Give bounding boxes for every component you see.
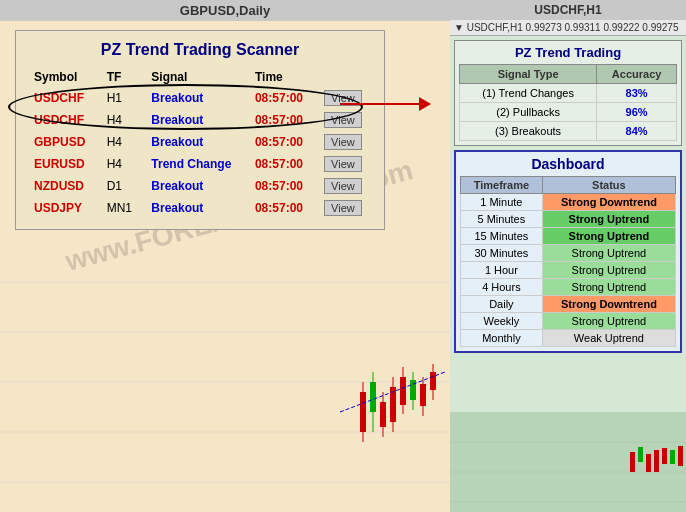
dashboard-row: 4 Hours Strong Uptrend (461, 279, 676, 296)
dashboard-status: Strong Uptrend (542, 262, 675, 279)
dashboard-box: Dashboard Timeframe Status 1 Minute Stro… (454, 150, 682, 353)
pz-trending-title: PZ Trend Trading (459, 45, 677, 60)
signal-type: (3) Breakouts (460, 122, 597, 141)
signal-table: Signal Type Accuracy (1) Trend Changes 8… (459, 64, 677, 141)
scanner-view-cell: View (316, 131, 374, 153)
dashboard-status: Strong Downtrend (542, 296, 675, 313)
scanner-time: 08:57:00 (247, 175, 316, 197)
scanner-signal: Breakout (143, 175, 247, 197)
view-button[interactable]: View (324, 178, 362, 194)
dashboard-tf: 1 Minute (461, 194, 543, 211)
arrow-line (340, 103, 430, 105)
scanner-symbol: NZDUSD (26, 175, 99, 197)
dashboard-row: 15 Minutes Strong Uptrend (461, 228, 676, 245)
scanner-row: USDCHF H4 Breakout 08:57:00 View (26, 109, 374, 131)
dashboard-tf: 1 Hour (461, 262, 543, 279)
dashboard-tf: Monthly (461, 330, 543, 347)
scanner-time: 08:57:00 (247, 153, 316, 175)
scanner-title: PZ Trend Trading Scanner (26, 41, 374, 59)
view-button[interactable]: View (324, 200, 362, 216)
scanner-view-cell: View (316, 197, 374, 219)
chart-background (0, 232, 450, 512)
scanner-time: 08:57:00 (247, 87, 316, 109)
main-container: GBPUSD,Daily www.FOREXSIGNALS.com PZ Tre… (0, 0, 686, 512)
scanner-table: Symbol TF Signal Time USDCHF H1 Breakout… (26, 67, 374, 219)
pz-trending-box: PZ Trend Trading Signal Type Accuracy (1… (454, 40, 682, 146)
dashboard-status: Strong Uptrend (542, 228, 675, 245)
dashboard-status: Strong Uptrend (542, 313, 675, 330)
dashboard-status: Strong Uptrend (542, 279, 675, 296)
signal-type: (2) Pullbacks (460, 103, 597, 122)
dashboard-status: Strong Uptrend (542, 211, 675, 228)
col-time: Time (247, 67, 316, 87)
scanner-view-cell: View (316, 87, 374, 109)
signal-row: (1) Trend Changes 83% (460, 84, 677, 103)
svg-rect-27 (638, 447, 643, 462)
svg-rect-29 (654, 450, 659, 472)
scanner-time: 08:57:00 (247, 197, 316, 219)
dashboard-tf: Weekly (461, 313, 543, 330)
scanner-tf: H4 (99, 131, 144, 153)
col-symbol: Symbol (26, 67, 99, 87)
scanner-signal: Breakout (143, 87, 247, 109)
signal-accuracy: 96% (597, 103, 677, 122)
svg-rect-31 (670, 450, 675, 464)
scanner-row: NZDUSD D1 Breakout 08:57:00 View (26, 175, 374, 197)
dashboard-tf: 5 Minutes (461, 211, 543, 228)
tf-header: Timeframe (461, 177, 543, 194)
scanner-tf: MN1 (99, 197, 144, 219)
svg-rect-28 (646, 454, 651, 472)
scanner-row: EURUSD H4 Trend Change 08:57:00 View (26, 153, 374, 175)
svg-rect-26 (630, 452, 635, 472)
dashboard-title: Dashboard (460, 156, 676, 172)
right-chart-title: USDCHF,H1 (450, 0, 686, 20)
signal-row: (2) Pullbacks 96% (460, 103, 677, 122)
left-panel: GBPUSD,Daily www.FOREXSIGNALS.com PZ Tre… (0, 0, 450, 512)
scanner-row: USDCHF H1 Breakout 08:57:00 View (26, 87, 374, 109)
scanner-symbol: GBPUSD (26, 131, 99, 153)
scanner-time: 08:57:00 (247, 131, 316, 153)
dashboard-tf: Daily (461, 296, 543, 313)
signal-accuracy: 84% (597, 122, 677, 141)
dashboard-tf: 30 Minutes (461, 245, 543, 262)
col-action (316, 67, 374, 87)
scanner-view-cell: View (316, 109, 374, 131)
scanner-symbol: USDCHF (26, 109, 99, 131)
accuracy-header: Accuracy (597, 65, 677, 84)
scanner-signal: Breakout (143, 109, 247, 131)
dashboard-row: 30 Minutes Strong Uptrend (461, 245, 676, 262)
right-panel: USDCHF,H1 ▼ USDCHF,H1 0.99273 0.99311 0.… (450, 0, 686, 512)
scanner-tf: D1 (99, 175, 144, 197)
svg-rect-30 (662, 448, 667, 464)
signal-type: (1) Trend Changes (460, 84, 597, 103)
arrow (340, 103, 430, 105)
scanner-panel: PZ Trend Trading Scanner Symbol TF Signa… (15, 30, 385, 230)
dashboard-status: Weak Uptrend (542, 330, 675, 347)
scanner-tf: H4 (99, 153, 144, 175)
view-button[interactable]: View (324, 156, 362, 172)
dashboard-row: Daily Strong Downtrend (461, 296, 676, 313)
dashboard-row: Monthly Weak Uptrend (461, 330, 676, 347)
col-signal: Signal (143, 67, 247, 87)
dashboard-row: 5 Minutes Strong Uptrend (461, 211, 676, 228)
signal-row: (3) Breakouts 84% (460, 122, 677, 141)
dashboard-tf: 4 Hours (461, 279, 543, 296)
scanner-row: GBPUSD H4 Breakout 08:57:00 View (26, 131, 374, 153)
scanner-signal: Breakout (143, 197, 247, 219)
scanner-tf: H4 (99, 109, 144, 131)
scanner-view-cell: View (316, 175, 374, 197)
dashboard-row: Weekly Strong Uptrend (461, 313, 676, 330)
col-tf: TF (99, 67, 144, 87)
price-bar: ▼ USDCHF,H1 0.99273 0.99311 0.99222 0.99… (450, 20, 686, 36)
dashboard-status: Strong Uptrend (542, 245, 675, 262)
scanner-signal: Breakout (143, 131, 247, 153)
right-chart-bg (450, 412, 686, 512)
view-button[interactable]: View (324, 134, 362, 150)
scanner-tf: H1 (99, 87, 144, 109)
dashboard-row: 1 Hour Strong Uptrend (461, 262, 676, 279)
view-button[interactable]: View (324, 112, 362, 128)
dashboard-table: Timeframe Status 1 Minute Strong Downtre… (460, 176, 676, 347)
scanner-row: USDJPY MN1 Breakout 08:57:00 View (26, 197, 374, 219)
dashboard-row: 1 Minute Strong Downtrend (461, 194, 676, 211)
signal-accuracy: 83% (597, 84, 677, 103)
